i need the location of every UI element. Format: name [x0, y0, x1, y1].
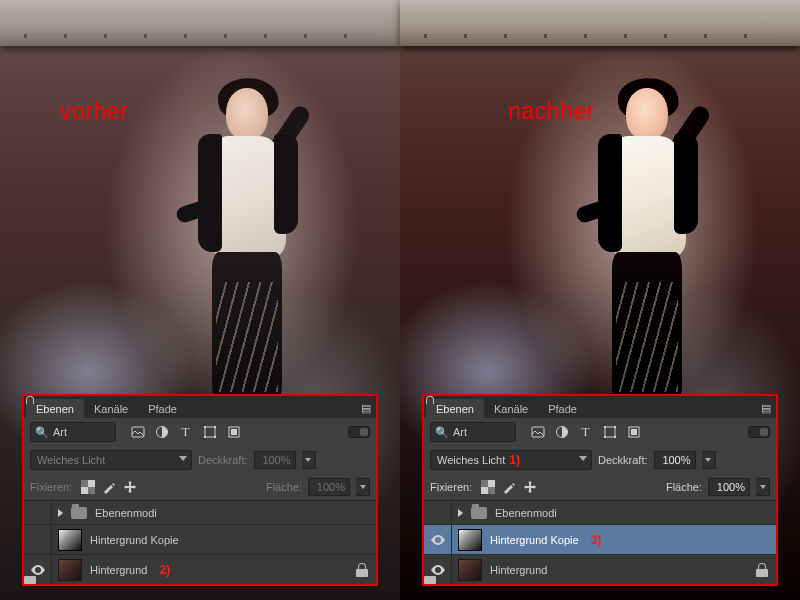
filter-type-icon[interactable]: T [178, 425, 193, 440]
filter-adjust-icon[interactable] [554, 425, 569, 440]
svg-rect-11 [88, 487, 95, 494]
blend-row: Weiches Licht Deckkraft: 100% [24, 446, 376, 474]
filter-smart-icon[interactable] [226, 425, 241, 440]
fill-value[interactable]: 100% [308, 478, 350, 496]
panel-menu-icon[interactable]: ▤ [756, 399, 776, 418]
lock-icon [756, 563, 768, 577]
visibility-toggle[interactable] [24, 501, 52, 524]
filter-toggle[interactable] [748, 426, 770, 438]
opacity-value[interactable]: 100% [654, 451, 696, 469]
layer-thumbnail [458, 529, 482, 551]
blend-mode-select[interactable]: Weiches Licht [30, 450, 192, 470]
model-figure [168, 82, 318, 412]
svg-rect-16 [614, 426, 616, 428]
tab-channels[interactable]: Kanäle [84, 399, 138, 418]
lock-paint-icon[interactable] [501, 480, 516, 495]
search-icon: 🔍 [435, 426, 449, 439]
fill-value[interactable]: 100% [708, 478, 750, 496]
filter-type-icon[interactable]: T [578, 425, 593, 440]
panel-menu-icon[interactable]: ▤ [356, 399, 376, 418]
after-label: nachher [508, 98, 595, 125]
layer-thumbnail [58, 559, 82, 581]
lock-paint-icon[interactable] [101, 480, 116, 495]
search-icon: 🔍 [35, 426, 49, 439]
layer-thumbnail [58, 529, 82, 551]
layer-bg-row[interactable]: Hintergrund 2) [24, 554, 376, 584]
lock-transparency-icon[interactable] [80, 480, 95, 495]
svg-rect-6 [214, 436, 216, 438]
visibility-toggle[interactable] [424, 501, 452, 524]
opacity-label: Deckkraft: [598, 454, 648, 466]
lock-transparency-icon[interactable] [480, 480, 495, 495]
svg-rect-22 [481, 480, 488, 487]
svg-rect-14 [605, 427, 615, 437]
svg-rect-4 [214, 426, 216, 428]
folder-icon [471, 507, 487, 519]
filter-row: 🔍 Art T [424, 418, 776, 446]
filter-icons: T [130, 425, 241, 440]
layer-group-row[interactable]: Ebenenmodi [24, 500, 376, 524]
filter-kind-select[interactable]: 🔍 Art [30, 422, 116, 442]
layer-copy-row[interactable]: Hintergrund Kopie 3) [424, 524, 776, 554]
svg-rect-23 [488, 487, 495, 494]
filter-pixel-icon[interactable] [130, 425, 145, 440]
filter-pixel-icon[interactable] [530, 425, 545, 440]
filter-toggle[interactable] [348, 426, 370, 438]
layer-name: Ebenenmodi [495, 507, 557, 519]
layer-name: Hintergrund [490, 564, 547, 576]
layers-list: Ebenenmodi Hintergrund Kopie 3) Hintergr… [424, 500, 776, 584]
tab-paths[interactable]: Pfade [138, 399, 187, 418]
tab-layers[interactable]: Ebenen [26, 399, 84, 418]
svg-rect-20 [631, 429, 637, 435]
lock-all-icon[interactable] [543, 480, 558, 495]
svg-rect-10 [81, 480, 88, 487]
layer-bg-row[interactable]: Hintergrund [424, 554, 776, 584]
filter-adjust-icon[interactable] [154, 425, 169, 440]
opacity-dropdown[interactable] [302, 451, 316, 469]
layer-group-row[interactable]: Ebenenmodi [424, 500, 776, 524]
chevron-down-icon [579, 456, 587, 461]
filter-shape-icon[interactable] [202, 425, 217, 440]
annotation-1: 1) [509, 453, 520, 467]
filter-smart-icon[interactable] [626, 425, 641, 440]
layer-name: Hintergrund Kopie [490, 534, 579, 546]
annotation-2: 2) [159, 563, 170, 577]
fill-dropdown[interactable] [356, 478, 370, 496]
layer-copy-row[interactable]: Hintergrund Kopie [24, 524, 376, 554]
layers-list: Ebenenmodi Hintergrund Kopie Hintergrund… [24, 500, 376, 584]
lock-label: Fixieren: [430, 481, 472, 493]
svg-rect-17 [604, 436, 606, 438]
lock-move-icon[interactable] [522, 480, 537, 495]
visibility-toggle[interactable] [24, 525, 52, 554]
blend-mode-value: Weiches Licht [37, 454, 105, 466]
filter-shape-icon[interactable] [602, 425, 617, 440]
annotation-3: 3) [591, 533, 602, 547]
opacity-value[interactable]: 100% [254, 451, 296, 469]
blend-mode-select[interactable]: Weiches Licht 1) [430, 450, 592, 470]
tab-paths[interactable]: Pfade [538, 399, 587, 418]
disclosure-triangle-icon[interactable] [58, 509, 63, 517]
fill-label: Fläche: [666, 481, 702, 493]
lock-row: Fixieren: Fläche: 100% [24, 474, 376, 500]
filter-kind-select[interactable]: 🔍 Art [430, 422, 516, 442]
blend-row: Weiches Licht 1) Deckkraft: 100% [424, 446, 776, 474]
tab-channels[interactable]: Kanäle [484, 399, 538, 418]
tab-layers[interactable]: Ebenen [426, 399, 484, 418]
filter-kind-label: Art [453, 426, 467, 438]
disclosure-triangle-icon[interactable] [458, 509, 463, 517]
beam [0, 0, 400, 46]
fill-dropdown[interactable] [756, 478, 770, 496]
opacity-dropdown[interactable] [702, 451, 716, 469]
svg-rect-5 [204, 436, 206, 438]
lock-all-icon[interactable] [143, 480, 158, 495]
before-label: vorher [60, 98, 128, 125]
model-figure [568, 82, 718, 412]
opacity-label: Deckkraft: [198, 454, 248, 466]
visibility-toggle[interactable] [424, 525, 452, 554]
folder-icon [71, 507, 87, 519]
after-image-column: nachher Ebenen Kanäle Pfade ▤ 🔍 Art T [400, 0, 800, 600]
chevron-down-icon [179, 456, 187, 461]
lock-move-icon[interactable] [122, 480, 137, 495]
svg-rect-8 [231, 429, 237, 435]
layers-panel-before: Ebenen Kanäle Pfade ▤ 🔍 Art T Weiches Li… [22, 394, 378, 586]
